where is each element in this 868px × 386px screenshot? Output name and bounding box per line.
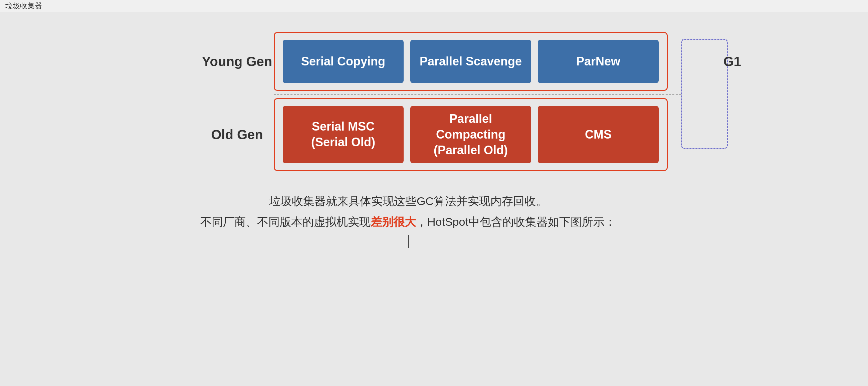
young-gen-box: Serial Copying Parallel Scavenge ParNew [274,32,668,91]
old-gen-label: Old Gen [200,127,274,142]
young-gen-label: Young Gen [200,54,274,69]
parallel-compacting-card: Parallel Compacting(Parallel Old) [410,106,531,163]
desc-prefix: 不同厂商、不同版本的虚拟机实现 [200,215,371,228]
serial-msc-card: Serial MSC(Serial Old) [283,106,404,163]
diagram-area: Young Gen Serial Copying Parallel Scaven… [200,32,668,248]
old-gen-row: Old Gen Serial MSC(Serial Old) Parallel … [200,98,668,171]
g1-label: G1 [723,54,741,69]
serial-msc-text: Serial MSC(Serial Old) [311,119,375,150]
gen-divider [274,94,681,95]
parallel-compacting-text: Parallel Compacting(Parallel Old) [416,111,526,158]
main-content: Young Gen Serial Copying Parallel Scaven… [0,12,868,262]
description-area: 垃圾收集器就来具体实现这些GC算法并实现内存回收。 不同厂商、不同版本的虚拟机实… [200,191,616,248]
parnew-card: ParNew [538,40,659,83]
serial-copying-card: Serial Copying [283,40,404,83]
description-line2: 不同厂商、不同版本的虚拟机实现差别很大，HotSpot中包含的收集器如下图所示： [200,212,616,232]
g1-box [681,39,728,149]
cms-card: CMS [538,106,659,163]
desc-suffix: ，HotSpot中包含的收集器如下图所示： [416,215,616,228]
description-line1: 垃圾收集器就来具体实现这些GC算法并实现内存回收。 [200,191,616,211]
window-title: 垃圾收集器 [5,1,42,11]
title-bar: 垃圾收集器 [0,0,868,12]
young-gen-row: Young Gen Serial Copying Parallel Scaven… [200,32,668,91]
desc-highlight: 差别很大 [371,215,416,228]
text-cursor [408,235,409,248]
old-gen-box: Serial MSC(Serial Old) Parallel Compacti… [274,98,668,171]
parallel-scavenge-card: Parallel Scavenge [410,40,531,83]
cursor-row [200,235,616,248]
